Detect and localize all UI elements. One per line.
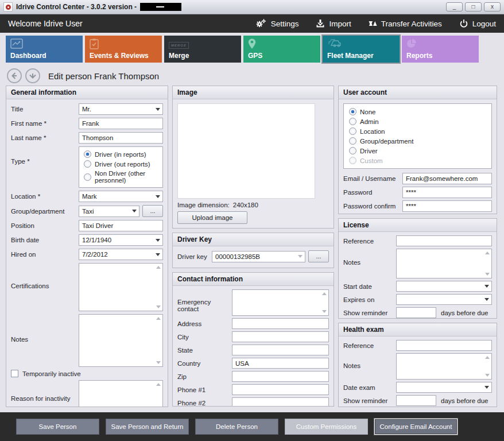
scroll-up-icon[interactable] (156, 266, 161, 269)
transfer-activities-button[interactable]: Transfer Activities (369, 19, 442, 28)
import-button[interactable]: Import (316, 19, 351, 28)
email-username-input[interactable] (402, 173, 492, 184)
user-account-panel: User account None Admin Location (338, 86, 497, 214)
driver-key-more-button[interactable]: ... (308, 250, 329, 262)
license-reference-input[interactable] (396, 235, 492, 246)
scroll-up-icon[interactable] (156, 383, 161, 386)
license-notes-label: Notes (343, 249, 396, 266)
first-name-label: First name * (11, 120, 79, 127)
gears-icon (255, 19, 267, 28)
contact-information-header: Contact information (173, 273, 334, 286)
scroll-down-icon[interactable] (322, 310, 327, 313)
health-notes-textarea[interactable] (397, 354, 491, 379)
group-department-dropdown[interactable]: Taxi (79, 206, 139, 217)
country-input[interactable] (232, 358, 329, 369)
notes-textarea[interactable] (79, 315, 162, 366)
account-option-location[interactable]: Location (349, 127, 486, 135)
logout-button[interactable]: Logout (459, 19, 496, 28)
radio-icon (349, 147, 356, 154)
certifications-label: Certifications (11, 263, 79, 289)
license-panel: License Reference Notes Start date (338, 218, 497, 319)
group-department-more-button[interactable]: ... (142, 205, 163, 217)
scroll-up-icon[interactable] (485, 252, 490, 254)
account-option-group-department[interactable]: Group/department (349, 137, 486, 145)
radio-icon (84, 160, 91, 168)
reason-for-inactivity-textarea[interactable] (79, 381, 162, 407)
notes-textarea-wrap (79, 314, 163, 367)
phone2-input[interactable] (232, 397, 329, 407)
health-date-exam-label: Date exam (343, 384, 396, 391)
scroll-down-icon[interactable] (485, 273, 490, 276)
account-option-none[interactable]: None (349, 108, 486, 115)
tab-merge[interactable]: MERGE Merge (164, 36, 241, 63)
location-dropdown[interactable]: Mark (79, 191, 163, 202)
upload-image-button[interactable]: Upload image (177, 211, 247, 224)
license-expires-dropdown[interactable] (396, 294, 492, 305)
location-label: Location * (11, 193, 79, 200)
transfer-arrows-icon (369, 19, 377, 28)
title-dropdown[interactable]: Mr. (79, 103, 163, 115)
save-person-button[interactable]: Save Person (16, 419, 99, 435)
phone1-input[interactable] (232, 384, 329, 395)
down-button[interactable] (25, 68, 40, 83)
birth-date-dropdown[interactable]: 12/1/1940 (79, 234, 163, 246)
scroll-up-icon[interactable] (485, 356, 490, 359)
maximize-button[interactable]: □ (465, 2, 482, 11)
license-reference-label: Reference (343, 238, 396, 245)
tab-gps[interactable]: GPS (243, 36, 320, 63)
type-option-driver-in[interactable]: Driver (in reports) (84, 150, 158, 158)
minimize-button[interactable]: _ (446, 2, 463, 11)
save-person-return-button[interactable]: Save Person and Return (106, 419, 189, 435)
dropdown-arrow-icon (153, 195, 162, 198)
emergency-contact-label: Emergency contact (177, 289, 232, 312)
driver-key-dropdown[interactable]: 00000132985B (212, 251, 305, 262)
scroll-down-icon[interactable] (156, 305, 161, 308)
last-name-input[interactable] (79, 132, 163, 144)
settings-button[interactable]: Settings (255, 19, 299, 28)
type-option-non-driver[interactable]: Non Driver (other personnel) (84, 170, 158, 184)
back-button[interactable] (7, 68, 22, 83)
radio-icon (349, 157, 356, 164)
license-start-date-dropdown[interactable] (396, 281, 492, 292)
zip-input[interactable] (232, 371, 329, 382)
scroll-up-icon[interactable] (156, 317, 161, 320)
back-arrow-icon (10, 72, 18, 80)
close-button[interactable]: x (484, 2, 501, 11)
dropdown-arrow-icon (482, 386, 491, 389)
license-reminder-label: Show reminder (343, 310, 396, 316)
tab-events-reviews[interactable]: Events & Reviews (85, 36, 162, 63)
account-option-admin[interactable]: Admin (349, 118, 486, 125)
configure-email-account-button[interactable]: Configure Email Account (374, 419, 458, 435)
account-option-driver[interactable]: Driver (349, 147, 486, 154)
first-name-input[interactable] (79, 118, 163, 129)
tab-dashboard[interactable]: Dashboard (6, 36, 83, 63)
license-notes-textarea[interactable] (397, 249, 491, 278)
health-exam-header: Health exam (339, 323, 497, 336)
position-input[interactable] (79, 220, 163, 231)
password-label: Password (343, 189, 402, 196)
health-notes-label: Notes (343, 353, 396, 369)
address-input[interactable] (232, 318, 329, 329)
title-label: Title (11, 106, 79, 113)
scroll-down-icon[interactable] (485, 374, 490, 377)
scroll-up-icon[interactable] (322, 292, 327, 295)
license-reminder-input[interactable] (396, 307, 436, 318)
health-exam-panel: Health exam Reference Notes Date exam (338, 323, 497, 407)
health-reminder-input[interactable] (396, 395, 436, 406)
health-date-exam-dropdown[interactable] (396, 382, 492, 393)
import-label: Import (329, 20, 351, 28)
tab-reports[interactable]: Reports (402, 36, 479, 63)
password-input[interactable] (402, 187, 492, 198)
city-input[interactable] (232, 331, 329, 342)
temporarily-inactive-checkbox[interactable] (11, 370, 18, 377)
type-option-driver-out[interactable]: Driver (out reports) (84, 160, 158, 168)
health-reference-input[interactable] (396, 340, 492, 351)
scroll-down-icon[interactable] (156, 361, 161, 364)
tab-fleet-manager[interactable]: Fleet Manager (323, 36, 400, 63)
emergency-contact-textarea[interactable] (232, 290, 328, 315)
certifications-textarea[interactable] (79, 264, 162, 311)
hired-on-dropdown[interactable]: 7/2/2012 (79, 249, 163, 260)
delete-person-button[interactable]: Delete Person (195, 419, 278, 435)
state-input[interactable] (232, 345, 329, 355)
password-confirm-input[interactable] (402, 200, 492, 212)
